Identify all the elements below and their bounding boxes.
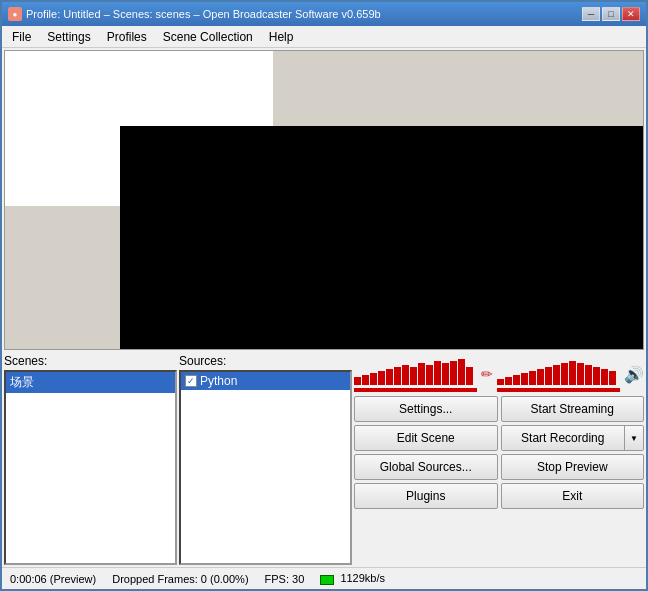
window-controls: ─ □ ✕ bbox=[582, 7, 640, 21]
scenes-list[interactable]: 场景 bbox=[4, 370, 177, 565]
bar bbox=[609, 371, 616, 385]
sources-label: Sources: bbox=[179, 354, 352, 368]
status-fps: FPS: 30 bbox=[265, 573, 305, 585]
preview-area bbox=[4, 50, 644, 350]
stop-preview-button[interactable]: Stop Preview bbox=[501, 454, 645, 480]
source-item[interactable]: ✓ Python bbox=[181, 372, 350, 390]
scenes-label: Scenes: bbox=[4, 354, 177, 368]
window-title: Profile: Untitled – Scenes: scenes – Ope… bbox=[26, 8, 381, 20]
source-item-label: Python bbox=[200, 374, 237, 388]
bar bbox=[378, 371, 385, 385]
start-recording-dropdown[interactable]: ▼ bbox=[625, 426, 643, 450]
bar bbox=[593, 367, 600, 385]
bar bbox=[418, 363, 425, 385]
status-time: 0:00:06 (Preview) bbox=[10, 573, 96, 585]
menu-scene-collection[interactable]: Scene Collection bbox=[155, 28, 261, 46]
bar bbox=[529, 371, 536, 385]
plugins-button[interactable]: Plugins bbox=[354, 483, 498, 509]
edit-icon: ✏ bbox=[481, 366, 493, 382]
start-streaming-button[interactable]: Start Streaming bbox=[501, 396, 645, 422]
start-recording-container: Start Recording ▼ bbox=[501, 425, 645, 451]
menu-bar: File Settings Profiles Scene Collection … bbox=[2, 26, 646, 48]
menu-settings[interactable]: Settings bbox=[39, 28, 98, 46]
bar bbox=[497, 379, 504, 385]
bar bbox=[553, 365, 560, 385]
close-button[interactable]: ✕ bbox=[622, 7, 640, 21]
meter-row: ✏ bbox=[354, 354, 644, 394]
left-meter bbox=[354, 357, 477, 392]
bar bbox=[561, 363, 568, 385]
minimize-button[interactable]: ─ bbox=[582, 7, 600, 21]
bar bbox=[402, 365, 409, 385]
bar bbox=[577, 363, 584, 385]
buttons-grid: Settings... Start Streaming Edit Scene S… bbox=[354, 396, 644, 509]
app-icon: ● bbox=[8, 7, 22, 21]
bar bbox=[521, 373, 528, 385]
edit-scene-button[interactable]: Edit Scene bbox=[354, 425, 498, 451]
status-bar: 0:00:06 (Preview) Dropped Frames: 0 (0.0… bbox=[2, 567, 646, 589]
sources-list[interactable]: ✓ Python bbox=[179, 370, 352, 565]
left-meter-bars bbox=[354, 357, 477, 385]
bar bbox=[410, 367, 417, 385]
bar bbox=[601, 369, 608, 385]
start-recording-button[interactable]: Start Recording bbox=[502, 426, 626, 450]
bar bbox=[545, 367, 552, 385]
bitrate-indicator bbox=[320, 575, 334, 585]
controls-panel: ✏ bbox=[354, 354, 644, 565]
bar bbox=[585, 365, 592, 385]
exit-button[interactable]: Exit bbox=[501, 483, 645, 509]
bar bbox=[505, 377, 512, 385]
bar bbox=[426, 365, 433, 385]
status-dropped-frames: Dropped Frames: 0 (0.00%) bbox=[112, 573, 248, 585]
bottom-section: Scenes: 场景 Sources: ✓ Python bbox=[2, 352, 646, 567]
scene-item[interactable]: 场景 bbox=[6, 372, 175, 393]
bar bbox=[569, 361, 576, 385]
preview-black-region bbox=[120, 126, 643, 350]
right-meter bbox=[497, 357, 620, 392]
menu-profiles[interactable]: Profiles bbox=[99, 28, 155, 46]
maximize-button[interactable]: □ bbox=[602, 7, 620, 21]
right-meter-bars bbox=[497, 357, 620, 385]
global-sources-button[interactable]: Global Sources... bbox=[354, 454, 498, 480]
bar bbox=[394, 367, 401, 385]
bar bbox=[458, 359, 465, 385]
bar bbox=[354, 377, 361, 385]
menu-help[interactable]: Help bbox=[261, 28, 302, 46]
settings-button[interactable]: Settings... bbox=[354, 396, 498, 422]
bar bbox=[362, 375, 369, 385]
bar bbox=[450, 361, 457, 385]
sources-panel: Sources: ✓ Python bbox=[179, 354, 352, 565]
bar bbox=[513, 375, 520, 385]
bar bbox=[466, 367, 473, 385]
bar bbox=[434, 361, 441, 385]
preview-canvas bbox=[5, 51, 643, 349]
bar bbox=[442, 363, 449, 385]
status-bitrate: 1129kb/s bbox=[320, 572, 385, 584]
bar bbox=[386, 369, 393, 385]
main-window: ● Profile: Untitled – Scenes: scenes – O… bbox=[0, 0, 648, 591]
scenes-panel: Scenes: 场景 bbox=[4, 354, 177, 565]
bar bbox=[537, 369, 544, 385]
menu-file[interactable]: File bbox=[4, 28, 39, 46]
bar bbox=[370, 373, 377, 385]
title-bar-left: ● Profile: Untitled – Scenes: scenes – O… bbox=[8, 7, 381, 21]
source-checkbox[interactable]: ✓ bbox=[185, 375, 197, 387]
volume-icon: 🔊 bbox=[624, 365, 644, 384]
bitrate-value: 1129kb/s bbox=[340, 572, 385, 584]
title-bar: ● Profile: Untitled – Scenes: scenes – O… bbox=[2, 2, 646, 26]
